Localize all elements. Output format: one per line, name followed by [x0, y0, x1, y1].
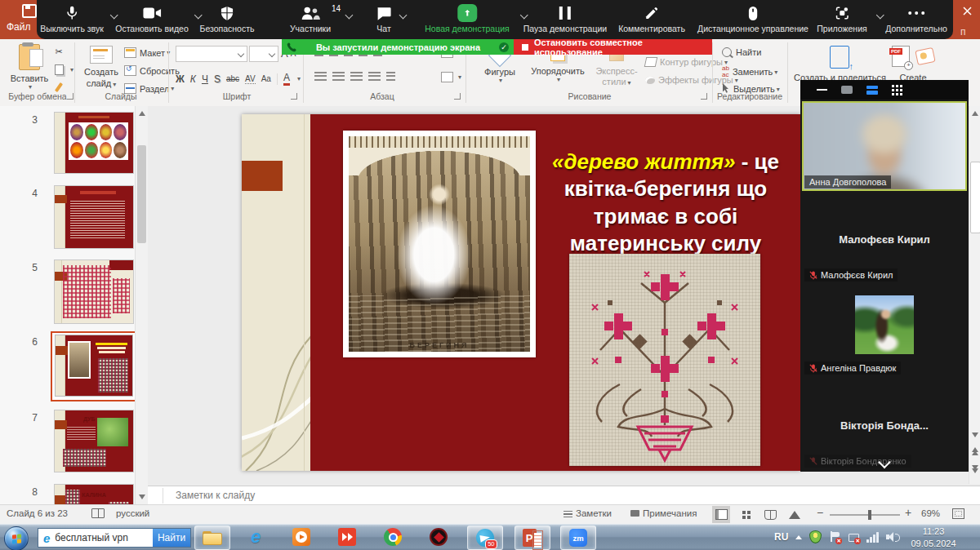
- notes-pane[interactable]: Заметки к слайду: [148, 486, 980, 505]
- slide-counter[interactable]: Слайд 6 из 23: [7, 508, 68, 518]
- font-name-combo[interactable]: [176, 46, 247, 62]
- font-size-combo[interactable]: [249, 46, 278, 62]
- chevron-down-icon[interactable]: [876, 11, 884, 20]
- taskbar-remote-app-button[interactable]: [330, 526, 364, 548]
- security-button[interactable]: Безопасность: [200, 4, 255, 33]
- antivirus-tray-icon[interactable]: [809, 530, 822, 543]
- shape-outline-button[interactable]: Контур фигуры▾: [645, 57, 728, 67]
- dialog-launcher-icon[interactable]: [701, 93, 707, 100]
- language-button[interactable]: русский: [116, 508, 149, 518]
- speaker-view-icon[interactable]: [841, 86, 853, 94]
- reading-view-button[interactable]: [761, 506, 779, 523]
- create-share-button[interactable]: Создать и поделиться: [794, 46, 885, 82]
- align-right-icon[interactable]: [350, 72, 363, 81]
- action-center-icon[interactable]: ✕: [829, 531, 840, 543]
- signal-icon[interactable]: [866, 532, 879, 543]
- volume-icon[interactable]: [886, 531, 898, 543]
- taskbar-explorer-button[interactable]: [194, 526, 230, 550]
- taskbar-ie-button[interactable]: e: [238, 526, 273, 548]
- taskbar-telegram-button[interactable]: 50: [467, 526, 503, 550]
- taskbar-mediaplayer-button[interactable]: [284, 526, 318, 548]
- thumbnail-slide-5[interactable]: [54, 259, 134, 324]
- zoom-in-button[interactable]: +: [905, 506, 911, 519]
- italic-button[interactable]: К: [190, 73, 196, 85]
- zoom-slider-thumb[interactable]: [868, 510, 871, 520]
- participants-button[interactable]: 14 Участники: [290, 4, 331, 33]
- video-tile-viktoriia[interactable]: Вікторія Бонда... Вікторія Бондаренко: [800, 379, 969, 472]
- change-case-button[interactable]: Aa: [261, 74, 271, 83]
- save-icon[interactable]: [22, 4, 37, 18]
- dialog-launcher-icon[interactable]: [454, 93, 461, 100]
- replace-button[interactable]: abacЗаменить▾: [722, 65, 777, 78]
- slide-image-embroidery[interactable]: [569, 254, 760, 466]
- taskbar-search[interactable]: e Найти: [38, 528, 191, 548]
- scrollbar-thumb[interactable]: [970, 162, 980, 233]
- stop-video-button[interactable]: Остановить видео: [115, 4, 188, 33]
- video-tile-anna[interactable]: Анна Довгополова: [800, 100, 969, 193]
- slide-title[interactable]: «дерево життя» - це квітка-берегиня що т…: [542, 149, 789, 257]
- paste-button[interactable]: Вставить ▾: [10, 44, 49, 91]
- mute-button[interactable]: Выключить звук: [40, 4, 104, 33]
- search-button[interactable]: Найти: [153, 529, 190, 547]
- next-slide-button[interactable]: [970, 464, 979, 475]
- smartart-button[interactable]: ▾: [441, 72, 461, 82]
- window-close-button[interactable]: [954, 0, 980, 21]
- comments-toggle-button[interactable]: Примечания: [630, 508, 697, 518]
- search-input[interactable]: [53, 531, 153, 544]
- video-tile-kyryl[interactable]: Малофєєв Кирил Малофєєв Кирил: [800, 193, 969, 286]
- slide-scrollbar[interactable]: [969, 106, 980, 484]
- taskbar-clock[interactable]: 11:23 09.05.2024: [905, 526, 962, 550]
- minimize-icon[interactable]: [817, 89, 827, 91]
- tab-clipped[interactable]: п: [960, 26, 966, 38]
- bold-button[interactable]: Ж: [176, 73, 185, 85]
- copy-button[interactable]: ▾: [52, 64, 74, 75]
- normal-view-button[interactable]: [712, 506, 730, 523]
- network-error-icon[interactable]: ✕: [848, 531, 859, 543]
- underline-button[interactable]: Ч: [202, 73, 208, 85]
- apps-button[interactable]: Приложения: [817, 4, 866, 33]
- scroll-up-icon[interactable]: [972, 111, 978, 116]
- char-spacing-button[interactable]: AV: [245, 74, 256, 84]
- annotate-button[interactable]: Комментировать: [618, 4, 685, 33]
- slideshow-button[interactable]: [786, 506, 804, 523]
- layout-button[interactable]: Макет▾: [124, 47, 170, 58]
- dialog-launcher-icon[interactable]: [67, 93, 74, 100]
- notes-toggle-button[interactable]: Заметки: [564, 508, 612, 518]
- dialog-launcher-icon[interactable]: [291, 93, 297, 100]
- chevron-down-icon[interactable]: [399, 11, 408, 20]
- previous-slide-button[interactable]: [970, 446, 979, 457]
- taskbar-game-button[interactable]: [421, 526, 456, 548]
- taskbar-chrome-button[interactable]: [376, 526, 410, 548]
- video-tile-anhelina[interactable]: Ангеліна Правдюк: [800, 286, 969, 379]
- thumbnail-slide-7[interactable]: ДУБ: [54, 410, 134, 472]
- thumbnail-slide-8[interactable]: КАЛИНА: [54, 484, 134, 504]
- new-share-button[interactable]: Новая демонстрация: [425, 4, 509, 33]
- start-button[interactable]: [4, 526, 29, 550]
- pause-share-button[interactable]: Пауза демонстрации: [523, 4, 607, 33]
- scroll-down-icon[interactable]: [139, 495, 145, 499]
- grid-view-icon[interactable]: [892, 85, 894, 87]
- chevron-down-icon[interactable]: [345, 11, 354, 20]
- more-button[interactable]: Дополнительно: [885, 4, 947, 33]
- tab-file[interactable]: Файл: [7, 21, 31, 33]
- remote-control-button[interactable]: Дистанционное управление: [697, 4, 808, 33]
- cut-button[interactable]: ✂: [52, 46, 69, 57]
- zoom-slider[interactable]: [830, 514, 900, 516]
- thumbnail-scrollbar[interactable]: [135, 106, 148, 504]
- reset-button[interactable]: Сбросить: [124, 65, 180, 76]
- language-indicator[interactable]: RU: [774, 531, 788, 543]
- strikethrough-button[interactable]: abc: [226, 74, 239, 83]
- scroll-up-icon[interactable]: [139, 111, 145, 116]
- gallery-view-icon[interactable]: [866, 86, 878, 95]
- align-justify-icon[interactable]: [368, 72, 381, 81]
- slide-sorter-button[interactable]: [737, 506, 755, 523]
- find-button[interactable]: Найти: [722, 47, 761, 57]
- taskbar-zoom-button[interactable]: zm: [560, 526, 596, 550]
- taskbar-powerpoint-button[interactable]: P: [514, 526, 550, 550]
- thumbnail-slide-6-selected[interactable]: [51, 331, 139, 401]
- stop-sharing-button[interactable]: Остановить совместное использование: [514, 39, 712, 55]
- scroll-down-icon[interactable]: [972, 432, 978, 437]
- create-pdf-button[interactable]: PDF Create: [887, 46, 939, 82]
- text-shadow-button[interactable]: S: [214, 73, 220, 85]
- proofing-button[interactable]: [91, 508, 105, 518]
